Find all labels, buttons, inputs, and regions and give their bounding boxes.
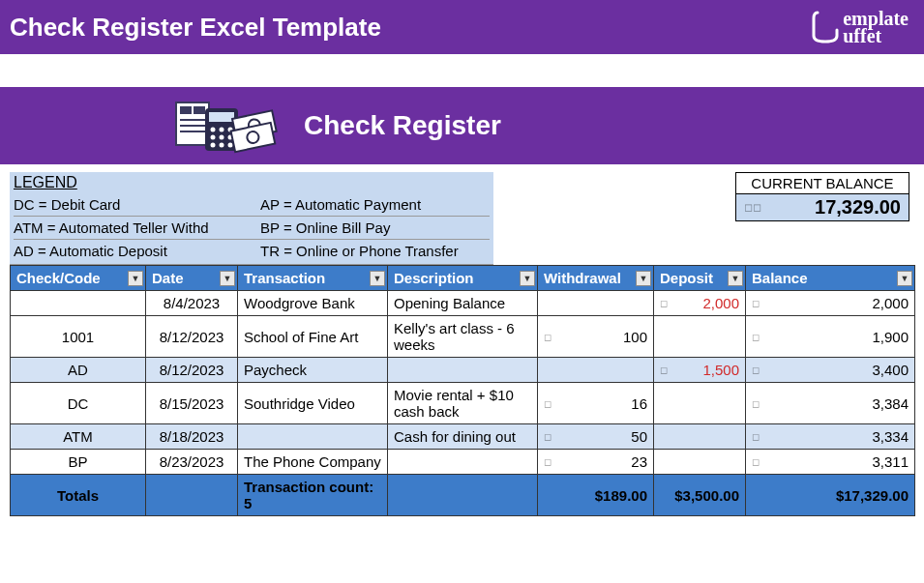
cell-description[interactable] [388,450,538,475]
cell[interactable] [654,450,746,475]
totals-count: Transaction count: 5 [238,475,388,516]
table-row[interactable]: BP8/23/2023The Phone Company◻23◻3,311 [11,450,915,475]
filter-icon[interactable]: ▼ [128,271,143,286]
cell[interactable]: ◻50 [538,424,654,450]
cell-date[interactable]: 8/18/2023 [146,424,238,450]
totals-deposit: $3,500.00 [654,475,746,516]
filter-icon[interactable]: ▼ [636,271,651,286]
legend-title: LEGEND [14,174,490,191]
col-header-balance[interactable]: Balance▼ [746,266,915,291]
legend-item: AD = Automatic Deposit [14,240,260,262]
cell-code[interactable]: AD [11,358,146,383]
logo-icon [812,11,839,44]
cell-description[interactable]: Opening Balance [388,291,538,316]
cell-transaction[interactable]: The Phone Company [238,450,388,475]
balance-label: CURRENT BALANCE [736,173,909,194]
svg-point-9 [220,128,224,132]
cell[interactable] [538,358,654,383]
spacer [0,54,924,87]
page-title: Check Register Excel Template [10,13,381,43]
cell[interactable]: ◻3,334 [746,424,915,450]
svg-rect-1 [180,106,192,114]
totals-balance: $17,329.00 [746,475,915,516]
svg-rect-7 [209,112,234,122]
legend-item: BP = Online Bill Pay [260,217,490,240]
cell-date[interactable]: 8/12/2023 [146,316,238,358]
table-row[interactable]: ATM8/18/2023Cash for dining out◻50◻3,334 [11,424,915,450]
legend-item: ATM = Automated Teller Withd [14,217,260,240]
logo-text: emplate uffet [843,10,909,44]
header-bar: Check Register [0,87,924,164]
cell-code[interactable]: ATM [11,424,146,450]
svg-rect-2 [194,106,205,114]
svg-point-15 [220,143,224,148]
svg-point-14 [211,143,216,148]
cell[interactable]: ◻100 [538,316,654,358]
cell[interactable]: ◻3,384 [746,383,915,424]
filter-icon[interactable]: ▼ [897,271,912,286]
col-header-transaction[interactable]: Transaction▼ [238,266,388,291]
register-table: Check/Code▼ Date▼ Transaction▼ Descripti… [10,265,915,516]
legend-item: TR = Online or Phone Transfer [260,240,490,262]
cell[interactable]: ◻3,400 [746,358,915,383]
current-balance-box: CURRENT BALANCE ◻◻ 17,329.00 [735,172,909,221]
cell-code[interactable]: 1001 [11,316,146,358]
col-header-date[interactable]: Date▼ [146,266,238,291]
table-header-row: Check/Code▼ Date▼ Transaction▼ Descripti… [11,266,915,291]
cell-transaction[interactable]: School of Fine Art [238,316,388,358]
cell-description[interactable]: Kelly's art class - 6 weeks [388,316,538,358]
balance-value: ◻◻ 17,329.00 [736,194,909,220]
col-header-code[interactable]: Check/Code▼ [11,266,146,291]
cell-transaction[interactable]: Paycheck [238,358,388,383]
cell[interactable]: ◻1,900 [746,316,915,358]
cell-transaction[interactable]: Woodgrove Bank [238,291,388,316]
col-header-description[interactable]: Description▼ [388,266,538,291]
content-area: LEGEND DC = Debit Card AP = Automatic Pa… [0,164,924,516]
table-row[interactable]: 8/4/2023Woodgrove BankOpening Balance◻2,… [11,291,915,316]
svg-point-16 [228,143,233,148]
cell[interactable] [654,383,746,424]
cell[interactable] [654,316,746,358]
cell[interactable]: ◻2,000 [654,291,746,316]
cell[interactable] [538,291,654,316]
cell[interactable] [654,424,746,450]
logo: emplate uffet [812,10,909,44]
cell-date[interactable]: 8/23/2023 [146,450,238,475]
legend-item: DC = Debit Card [14,193,260,217]
cell-code[interactable]: BP [11,450,146,475]
legend-box: LEGEND DC = Debit Card AP = Automatic Pa… [10,172,493,265]
cell-date[interactable]: 8/15/2023 [146,383,238,424]
totals-empty [146,475,238,516]
totals-empty [388,475,538,516]
cell[interactable]: ◻2,000 [746,291,915,316]
table-row[interactable]: 10018/12/2023School of Fine ArtKelly's a… [11,316,915,358]
table-row[interactable]: DC8/15/2023Southridge VideoMovie rental … [11,383,915,424]
top-info-row: LEGEND DC = Debit Card AP = Automatic Pa… [10,172,914,265]
register-icon [174,97,281,155]
currency-icon: ◻◻ [744,201,761,214]
col-header-deposit[interactable]: Deposit▼ [654,266,746,291]
filter-icon[interactable]: ▼ [520,271,535,286]
col-header-withdrawal[interactable]: Withdrawal▼ [538,266,654,291]
cell-date[interactable]: 8/12/2023 [146,358,238,383]
cell-code[interactable]: DC [11,383,146,424]
cell-date[interactable]: 8/4/2023 [146,291,238,316]
cell-transaction[interactable] [238,424,388,450]
cell-description[interactable] [388,358,538,383]
legend-item: AP = Automatic Payment [260,193,490,217]
cell[interactable]: ◻23 [538,450,654,475]
filter-icon[interactable]: ▼ [220,271,235,286]
cell-description[interactable]: Movie rental + $10 cash back [388,383,538,424]
cell-code[interactable] [11,291,146,316]
svg-point-8 [211,128,216,132]
filter-icon[interactable]: ▼ [370,271,385,286]
table-row[interactable]: AD8/12/2023Paycheck◻1,500◻3,400 [11,358,915,383]
svg-point-11 [211,135,216,140]
cell[interactable]: ◻3,311 [746,450,915,475]
cell-description[interactable]: Cash for dining out [388,424,538,450]
totals-label: Totals [11,475,146,516]
cell[interactable]: ◻1,500 [654,358,746,383]
cell-transaction[interactable]: Southridge Video [238,383,388,424]
cell[interactable]: ◻16 [538,383,654,424]
filter-icon[interactable]: ▼ [728,271,743,286]
